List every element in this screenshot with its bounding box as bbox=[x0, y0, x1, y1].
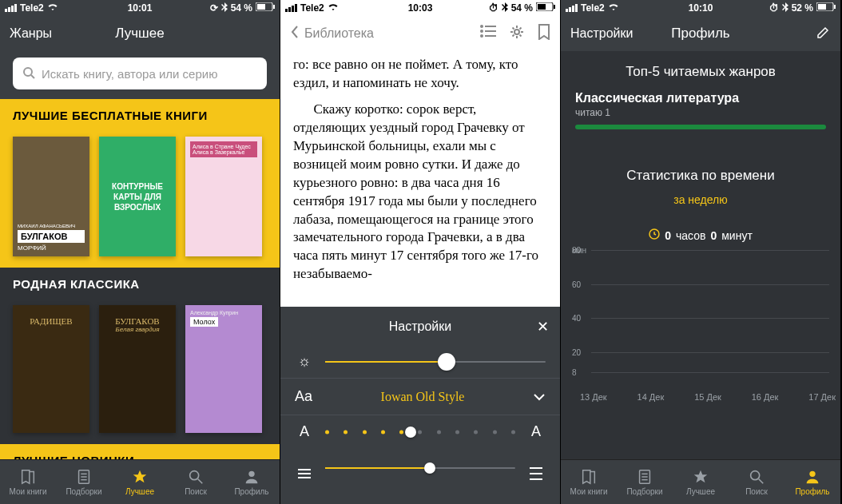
linespacing-icon bbox=[295, 458, 314, 478]
wifi-icon bbox=[608, 2, 619, 14]
search-placeholder: Искать книгу, автора или серию bbox=[42, 67, 217, 81]
fontsize-large-icon: A bbox=[526, 423, 546, 440]
search-input[interactable]: Искать книгу, автора или серию bbox=[13, 58, 267, 89]
genre-sub: читаю 1 bbox=[575, 107, 826, 118]
tab-Подборки[interactable]: Подборки bbox=[56, 460, 112, 504]
reader-text: го: все равно он не поймет. А тому, кто … bbox=[293, 56, 547, 93]
chevron-left-icon bbox=[290, 25, 300, 42]
battery-pct: 52 % bbox=[792, 2, 813, 14]
svg-point-11 bbox=[248, 471, 254, 477]
tab-Мои книги[interactable]: Мои книги bbox=[0, 460, 56, 504]
tab-Мои книги[interactable]: Мои книги bbox=[561, 460, 617, 504]
reader-content[interactable]: го: все равно он не поймет. А тому, кто … bbox=[280, 51, 560, 307]
clock-icon bbox=[649, 228, 660, 242]
svg-point-21 bbox=[514, 30, 519, 34]
signal-icon bbox=[566, 4, 578, 12]
tab-bar: Мои книгиПодборкиЛучшееПоискПрофиль bbox=[0, 459, 280, 504]
linespacing-slider[interactable] bbox=[325, 467, 515, 469]
tab-Профиль[interactable]: Профиль bbox=[784, 460, 840, 504]
bluetooth-icon bbox=[782, 2, 788, 14]
nav-genres[interactable]: Жанры bbox=[10, 26, 52, 41]
battery-icon bbox=[816, 2, 836, 14]
stats-period[interactable]: за неделю bbox=[561, 193, 840, 206]
svg-point-32 bbox=[809, 471, 815, 477]
svg-rect-1 bbox=[257, 4, 265, 10]
status-bar: Tele2 10:10 ⏱ 52 % bbox=[561, 0, 840, 16]
reader-settings-panel: Настройки ✕ ☼ Aa Iowan Old Style A A bbox=[280, 307, 560, 504]
svg-point-15 bbox=[480, 25, 483, 28]
section-new-hdr: ЛУЧШИЕ НОВИНКИ bbox=[0, 444, 280, 459]
font-selector[interactable]: Aa Iowan Old Style bbox=[280, 378, 560, 415]
svg-rect-14 bbox=[554, 5, 555, 9]
book-card[interactable]: МИХАИЛ АФАНАСЬЕВИЧ БУЛГАКОВ МОРФИЙ bbox=[13, 137, 89, 256]
reader-nav: Библиотека bbox=[280, 16, 560, 51]
nav-settings[interactable]: Настройки bbox=[570, 26, 633, 41]
tab-Лучшее[interactable]: Лучшее bbox=[112, 460, 168, 504]
status-time: 10:10 bbox=[689, 2, 713, 14]
toc-icon[interactable] bbox=[480, 24, 496, 43]
chart-xaxis: 13 Дек14 Дек15 Дек16 Дек17 Дек bbox=[561, 386, 840, 402]
nav-title: Лучшее bbox=[115, 26, 164, 42]
brightness-slider[interactable] bbox=[325, 361, 546, 363]
svg-point-30 bbox=[751, 471, 760, 480]
fontsize-small-icon: A bbox=[295, 423, 314, 440]
bookmark-icon[interactable] bbox=[538, 24, 550, 43]
carrier: Tele2 bbox=[581, 2, 605, 14]
gear-icon[interactable] bbox=[509, 24, 525, 43]
svg-rect-18 bbox=[485, 30, 496, 32]
top5-header: Топ-5 читаемых жанров bbox=[561, 51, 840, 91]
stats-total: 0 часов 0 минут bbox=[561, 228, 840, 242]
svg-line-10 bbox=[198, 479, 203, 484]
book-card[interactable]: КОНТУРНЫЕ КАРТЫ ДЛЯ ВЗРОСЛЫХ bbox=[99, 137, 176, 256]
shelf-area[interactable]: ЛУЧШИЕ БЕСПЛАТНЫЕ КНИГИ МИХАИЛ АФАНАСЬЕВ… bbox=[0, 99, 280, 459]
alarm-icon: ⏱ bbox=[489, 2, 498, 14]
tab-Поиск[interactable]: Поиск bbox=[168, 460, 224, 504]
loading-icon: ⟳ bbox=[210, 2, 218, 14]
status-time: 10:03 bbox=[408, 2, 433, 14]
book-card[interactable]: Александр Куприн Молох bbox=[185, 305, 262, 433]
book-card[interactable]: РАДИЩЕВ bbox=[13, 305, 89, 433]
close-icon[interactable]: ✕ bbox=[537, 318, 549, 335]
back-button[interactable]: Библиотека bbox=[290, 25, 374, 42]
tab-Поиск[interactable]: Поиск bbox=[729, 460, 784, 504]
signal-icon bbox=[5, 4, 17, 12]
search-icon bbox=[22, 66, 35, 81]
stats-header: Статистика по времени bbox=[561, 144, 840, 193]
genre-name: Классическая литература bbox=[575, 91, 826, 105]
nav-bar: Настройки Профиль bbox=[561, 16, 840, 51]
battery-icon bbox=[256, 2, 275, 14]
tab-Лучшее[interactable]: Лучшее bbox=[673, 460, 729, 504]
svg-rect-2 bbox=[273, 5, 275, 9]
svg-point-3 bbox=[24, 68, 32, 76]
svg-line-31 bbox=[759, 479, 764, 484]
status-time: 10:01 bbox=[128, 2, 153, 14]
svg-rect-13 bbox=[538, 4, 546, 10]
nav-bar: Жанры Лучшее bbox=[0, 16, 280, 51]
book-card[interactable]: Алиса в Стране Чудес Алиса в Зазеркалье bbox=[185, 137, 262, 256]
edit-icon[interactable] bbox=[816, 25, 831, 42]
status-bar: Tele2 10:03 ⏱ 54 % bbox=[280, 0, 560, 16]
battery-pct: 54 % bbox=[231, 2, 252, 14]
genre-card[interactable]: Классическая литература читаю 1 bbox=[561, 91, 840, 144]
bluetooth-icon bbox=[502, 2, 508, 14]
book-card[interactable]: БУЛГАКОВ Белая гвардия bbox=[99, 305, 176, 433]
genre-progress bbox=[575, 125, 826, 129]
section-free-hdr: ЛУЧШИЕ БЕСПЛАТНЫЕ КНИГИ bbox=[0, 99, 280, 129]
svg-point-9 bbox=[190, 471, 199, 480]
carrier: Tele2 bbox=[300, 2, 324, 14]
svg-point-17 bbox=[480, 30, 483, 33]
status-bar: Tele2 10:01 ⟳ 54 % bbox=[0, 0, 280, 16]
tab-Подборки[interactable]: Подборки bbox=[617, 460, 673, 504]
font-aa-icon: Aa bbox=[295, 388, 312, 405]
panel-title: Настройки bbox=[389, 319, 451, 333]
carrier: Tele2 bbox=[20, 2, 44, 14]
screen-best: Tele2 10:01 ⟳ 54 % Жанры Лучшее Искать к… bbox=[0, 0, 280, 504]
wifi-icon bbox=[47, 2, 58, 14]
svg-rect-23 bbox=[818, 4, 826, 10]
tab-bar: Мои книгиПодборкиЛучшееПоискПрофиль bbox=[561, 459, 840, 504]
svg-point-19 bbox=[480, 34, 483, 38]
tab-Профиль[interactable]: Профиль bbox=[224, 460, 280, 504]
fontsize-slider[interactable] bbox=[325, 431, 515, 433]
bluetooth-icon bbox=[221, 2, 228, 14]
battery-pct: 54 % bbox=[511, 2, 533, 14]
